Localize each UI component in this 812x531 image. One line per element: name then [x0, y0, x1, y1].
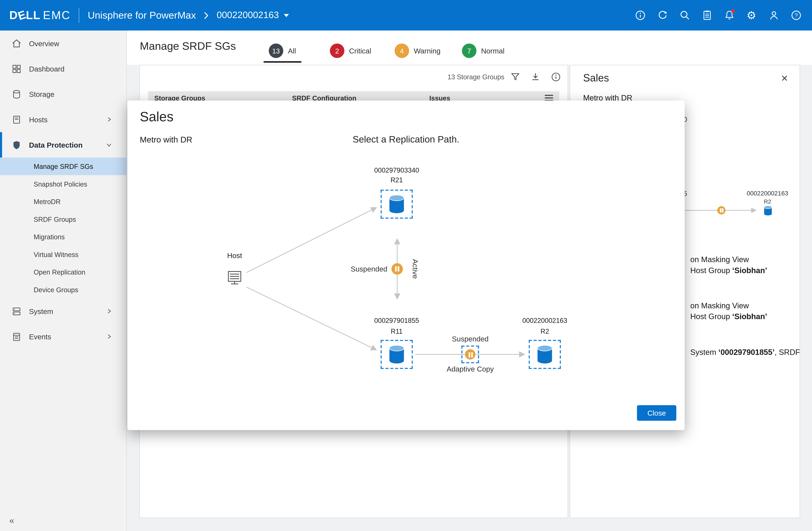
- host-group-prefix: Host Group: [690, 312, 732, 321]
- metro-pause-icon[interactable]: [391, 263, 403, 274]
- sidebar-item-label: Data Protection: [29, 141, 83, 149]
- sidebar-item-label: System: [29, 307, 53, 315]
- sub-item-label: Open Replication: [34, 268, 85, 276]
- shield-icon: [11, 140, 22, 150]
- sidebar-item-open-replication[interactable]: Open Replication: [0, 263, 126, 281]
- sub-item-label: Migrations: [34, 233, 65, 241]
- sidebar-item-events[interactable]: Events: [0, 324, 126, 349]
- notifications-bell-icon[interactable]: [723, 9, 736, 22]
- array-id: 000220002163: [217, 10, 279, 21]
- breadcrumb-chevron-icon: [203, 11, 209, 19]
- replication-connectors: [127, 101, 685, 430]
- sidebar-item-srdf-groups[interactable]: SRDF Groups: [0, 210, 126, 228]
- sidebar-item-migrations[interactable]: Migrations: [0, 228, 126, 246]
- dell-emc-logo[interactable]: DELL EMC: [9, 9, 71, 22]
- count-badge: 2: [330, 44, 345, 58]
- r11-array-id: 000297901855: [374, 317, 419, 325]
- sidebar-item-label: Dashboard: [29, 64, 64, 73]
- home-icon: [11, 38, 22, 48]
- sidebar-item-device-groups[interactable]: Device Groups: [0, 281, 126, 299]
- search-icon[interactable]: [678, 9, 691, 22]
- r11-node[interactable]: [381, 340, 413, 369]
- header-actions: ⚙ ?: [633, 9, 803, 22]
- r2-node[interactable]: [529, 340, 561, 369]
- tab-label: All: [288, 46, 296, 55]
- sidebar: Overview Dashboard Storage Hosts Data Pr…: [0, 31, 127, 531]
- sidebar-item-storage[interactable]: Storage: [0, 82, 126, 107]
- sub-item-label: SRDF Groups: [34, 215, 76, 223]
- r2-role: R2: [746, 198, 789, 205]
- settings-gear-icon[interactable]: ⚙: [744, 9, 758, 22]
- table-info-icon[interactable]: [549, 70, 562, 83]
- r2-array-id: 000220002163: [522, 317, 567, 325]
- modal-heading: Select a Replication Path.: [127, 134, 685, 145]
- caret-down-icon: [284, 14, 289, 17]
- modal-title: Sales: [140, 109, 173, 125]
- r11-cylinder-icon: [387, 344, 407, 365]
- header-divider: [79, 8, 79, 23]
- page-title: Manage SRDF SGs: [140, 40, 236, 52]
- tab-label: Normal: [481, 46, 504, 55]
- sub-item-label: Snapshot Policies: [34, 180, 87, 188]
- details-title: Sales: [583, 72, 609, 84]
- sidebar-item-label: Storage: [29, 90, 55, 98]
- pause-status-icon: [717, 206, 725, 215]
- jobs-clipboard-icon[interactable]: [700, 9, 714, 22]
- refresh-icon[interactable]: [656, 9, 669, 22]
- r2-cylinder-icon: [535, 344, 555, 365]
- metro-state-label: Suspended: [324, 265, 387, 273]
- top-header: DELL EMC Unisphere for PowerMax 00022000…: [0, 0, 812, 31]
- count-badge: 13: [269, 44, 283, 58]
- sidebar-item-dashboard[interactable]: Dashboard: [0, 56, 126, 81]
- sidebar-item-data-protection[interactable]: Data Protection: [0, 132, 126, 157]
- chevron-right-icon: [106, 115, 119, 124]
- user-icon[interactable]: [767, 9, 780, 22]
- sidebar-item-manage-srdf-sgs[interactable]: Manage SRDF SGs: [0, 158, 126, 175]
- sub-item-label: MetroDR: [34, 198, 60, 205]
- r21-node[interactable]: [381, 189, 413, 219]
- info-icon[interactable]: [633, 9, 647, 22]
- sidebar-collapse-button[interactable]: «: [9, 516, 14, 526]
- logo-emc: EMC: [43, 9, 71, 22]
- dr-pause-icon: [465, 349, 476, 360]
- r21-array-id: 000297903340: [374, 167, 419, 174]
- tab-normal[interactable]: 7 Normal: [457, 39, 510, 63]
- system-icon: [11, 306, 22, 316]
- filter-icon[interactable]: [509, 70, 522, 83]
- r11-role: R11: [391, 328, 403, 335]
- storage-groups-count: 13 Storage Groups: [448, 73, 505, 81]
- export-download-icon[interactable]: [529, 70, 542, 83]
- host-group-name: ‘Siobhan’: [732, 312, 767, 321]
- sidebar-item-snapshot-policies[interactable]: Snapshot Policies: [0, 175, 126, 193]
- app-window: DELL EMC Unisphere for PowerMax 00022000…: [0, 0, 812, 531]
- sub-item-label: Device Groups: [34, 286, 78, 293]
- system-id: ‘000297901855’: [719, 348, 774, 357]
- sidebar-item-system[interactable]: System: [0, 298, 126, 324]
- tab-warning[interactable]: 4 Warning: [389, 39, 446, 63]
- host-group-name: ‘Siobhan’: [732, 266, 767, 275]
- sidebar-item-label: Overview: [29, 39, 59, 47]
- chevron-right-icon: [106, 307, 119, 315]
- count-badge: 4: [395, 44, 409, 58]
- metro-mode-label: Active: [411, 259, 419, 279]
- tab-label: Critical: [349, 46, 371, 55]
- sidebar-item-virtual-witness[interactable]: Virtual Witness: [0, 246, 126, 263]
- storage-icon: [11, 89, 22, 99]
- help-icon[interactable]: ?: [789, 9, 803, 22]
- dashboard-icon: [11, 63, 22, 74]
- sidebar-item-overview[interactable]: Overview: [0, 31, 126, 56]
- tab-all[interactable]: 13 All: [264, 39, 301, 63]
- app-title: Unisphere for PowerMax: [88, 10, 196, 21]
- columns-menu-icon[interactable]: [545, 95, 553, 101]
- sidebar-item-hosts[interactable]: Hosts: [0, 107, 126, 132]
- sidebar-item-metrodr[interactable]: MetroDR: [0, 193, 126, 211]
- close-button[interactable]: Close: [637, 405, 676, 421]
- host-server-icon: [224, 269, 245, 290]
- array-selector[interactable]: 000220002163: [217, 10, 289, 21]
- r2-array-id: 000220002163: [746, 189, 789, 197]
- sidebar-item-label: Hosts: [29, 115, 47, 124]
- tab-critical[interactable]: 2 Critical: [324, 39, 376, 63]
- r21-role: R21: [390, 176, 403, 184]
- host-group-line: Host Group ‘Siobhan’: [690, 312, 767, 321]
- close-icon[interactable]: ✕: [778, 72, 791, 85]
